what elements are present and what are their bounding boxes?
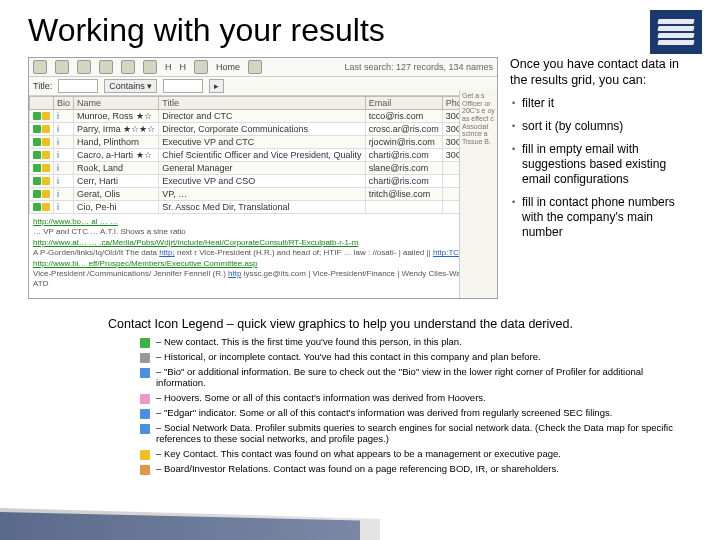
title-cell: General Manager — [159, 162, 365, 175]
title-cell: Executive VP and CTC — [159, 136, 365, 149]
legend-item: – "Edgar" indicator. Some or all of this… — [140, 408, 692, 419]
name-cell: Cio, Pe-hi — [74, 201, 159, 214]
filter-input[interactable] — [58, 79, 98, 93]
filter-row: Title: Contains ▾ ▸ — [29, 77, 497, 96]
email-cell — [365, 201, 442, 214]
title-cell: Director, Corporate Communications — [159, 123, 365, 136]
legend-text: – Hoovers. Some or all of this contact's… — [156, 393, 692, 404]
name-cell: Cacro, a-Harti ★☆ — [74, 149, 159, 162]
email-cell: charti@ris.com — [365, 149, 442, 162]
bio-cell[interactable]: i — [54, 175, 74, 188]
toolbar-icon[interactable] — [121, 60, 135, 74]
legend-text: – Social Network Data. Profiler submits … — [156, 423, 692, 445]
toolbar-icon[interactable] — [33, 60, 47, 74]
title-cell: Executive VP and CSO — [159, 175, 365, 188]
legend-icon — [140, 409, 150, 419]
title-cell: Chief Scientific Officer and Vice Presid… — [159, 149, 365, 162]
legend-item: – Board/Investor Relations. Contact was … — [140, 464, 692, 475]
table-row[interactable]: iCacro, a-Harti ★☆Chief Scientific Offic… — [30, 149, 499, 162]
side-bullet: sort it (by columns) — [510, 119, 696, 134]
legend-icon — [140, 394, 150, 404]
grid-header[interactable]: Name — [74, 97, 159, 110]
title-cell: Director and CTC — [159, 110, 365, 123]
legend-text: – Board/Investor Relations. Contact was … — [156, 464, 692, 475]
row-icons-cell — [30, 110, 54, 123]
last-search-label: Last search: 127 records, 134 names — [344, 62, 493, 72]
company-logo — [650, 10, 702, 54]
bio-cell[interactable]: i — [54, 110, 74, 123]
app-screenshot: H H Home Last search: 127 records, 134 n… — [28, 57, 498, 299]
grid-header[interactable] — [30, 97, 54, 110]
snippet: http://www.bi… eff/Prospec/Members/Execu… — [33, 259, 493, 290]
snippet: http://www.at… … .ca/Media/Pubs/Wdjrt/in… — [33, 238, 493, 259]
bio-cell[interactable]: i — [54, 123, 74, 136]
row-icons-cell — [30, 201, 54, 214]
legend-item: – Key Contact. This contact was found on… — [140, 449, 692, 460]
email-cell: slane@ris.com — [365, 162, 442, 175]
bio-cell[interactable]: i — [54, 188, 74, 201]
snippet: http://www.bo… al … …… VP and CTC … A.T.… — [33, 217, 493, 238]
filter-value-input[interactable] — [163, 79, 203, 93]
table-row[interactable]: iGerat, OlisVP, …tritch@lise.com — [30, 188, 499, 201]
name-cell: Munroe, Ross ★☆ — [74, 110, 159, 123]
grid-header[interactable]: Email — [365, 97, 442, 110]
email-cell: tritch@lise.com — [365, 188, 442, 201]
name-cell: Hand, Plinthorn — [74, 136, 159, 149]
side-bullet: filter it — [510, 96, 696, 111]
toolbar-label: H — [165, 62, 172, 72]
row-icons-cell — [30, 162, 54, 175]
legend-text: – "Edgar" indicator. Some or all of this… — [156, 408, 692, 419]
table-row[interactable]: iCerr, HartiExecutive VP and CSOcharti@r… — [30, 175, 499, 188]
go-button[interactable]: ▸ — [209, 79, 224, 93]
toolbar: H H Home Last search: 127 records, 134 n… — [29, 58, 497, 77]
legend-text: – Historical, or incomplete contact. You… — [156, 352, 692, 363]
bio-cell[interactable]: i — [54, 136, 74, 149]
row-icons-cell — [30, 175, 54, 188]
table-row[interactable]: iHand, PlinthornExecutive VP and CTCrjoc… — [30, 136, 499, 149]
toolbar-icon[interactable] — [55, 60, 69, 74]
filter-label: Title: — [33, 81, 52, 91]
legend-item: – New contact. This is the first time yo… — [140, 337, 692, 348]
toolbar-icon[interactable] — [248, 60, 262, 74]
legend-title: Contact Icon Legend – quick view graphic… — [108, 317, 692, 331]
toolbar-icon[interactable] — [77, 60, 91, 74]
legend-icon — [140, 465, 150, 475]
name-cell: Gerat, Olis — [74, 188, 159, 201]
bio-cell[interactable]: i — [54, 201, 74, 214]
legend-item: – Social Network Data. Profiler submits … — [140, 423, 692, 445]
table-row[interactable]: iParry, Irma ★☆★☆Director, Corporate Com… — [30, 123, 499, 136]
legend: Contact Icon Legend – quick view graphic… — [28, 317, 692, 475]
legend-icon — [140, 424, 150, 434]
side-intro: Once you have contact data in the result… — [510, 57, 696, 88]
snippet-panel: http://www.bo… al … …… VP and CTC … A.T.… — [29, 214, 497, 293]
table-row[interactable]: iRook, LandGeneral Managerslane@ris.com — [30, 162, 499, 175]
email-cell: crosc.ar@ris.com — [365, 123, 442, 136]
table-row[interactable]: iCio, Pe-hiSr. Assoc Med Dir, Translatio… — [30, 201, 499, 214]
toolbar-icon[interactable] — [194, 60, 208, 74]
results-grid: BioNameTitleEmailPhone iMunroe, Ross ★☆D… — [29, 96, 498, 214]
legend-icon — [140, 450, 150, 460]
email-cell: tcco@ris.com — [365, 110, 442, 123]
legend-icon — [140, 353, 150, 363]
email-cell: charti@ris.com — [365, 175, 442, 188]
grid-header-row: BioNameTitleEmailPhone — [30, 97, 499, 110]
table-row[interactable]: iMunroe, Ross ★☆Director and CTCtcco@ris… — [30, 110, 499, 123]
toolbar-icon[interactable] — [143, 60, 157, 74]
grid-header[interactable]: Title — [159, 97, 365, 110]
legend-text: – New contact. This is the first time yo… — [156, 337, 692, 348]
legend-icon — [140, 368, 150, 378]
row-icons-cell — [30, 123, 54, 136]
toolbar-icon[interactable] — [99, 60, 113, 74]
title-cell: VP, … — [159, 188, 365, 201]
bio-cell[interactable]: i — [54, 149, 74, 162]
contains-button[interactable]: Contains ▾ — [104, 79, 157, 93]
legend-item: – Historical, or incomplete contact. You… — [140, 352, 692, 363]
legend-icon — [140, 338, 150, 348]
grid-header[interactable]: Bio — [54, 97, 74, 110]
toolbar-label: H — [180, 62, 187, 72]
name-cell: Cerr, Harti — [74, 175, 159, 188]
name-cell: Rook, Land — [74, 162, 159, 175]
bio-cell[interactable]: i — [54, 162, 74, 175]
side-bullet: fill in empty email with suggestions bas… — [510, 142, 696, 187]
legend-item: – Hoovers. Some or all of this contact's… — [140, 393, 692, 404]
